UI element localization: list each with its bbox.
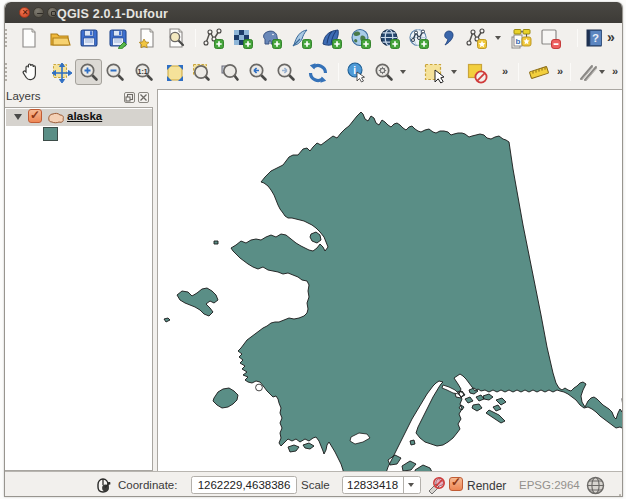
svg-text:1:1: 1:1	[138, 68, 148, 75]
svg-text:b: b	[516, 37, 521, 46]
svg-text:?: ?	[592, 32, 599, 44]
svg-text:i: i	[353, 65, 356, 76]
